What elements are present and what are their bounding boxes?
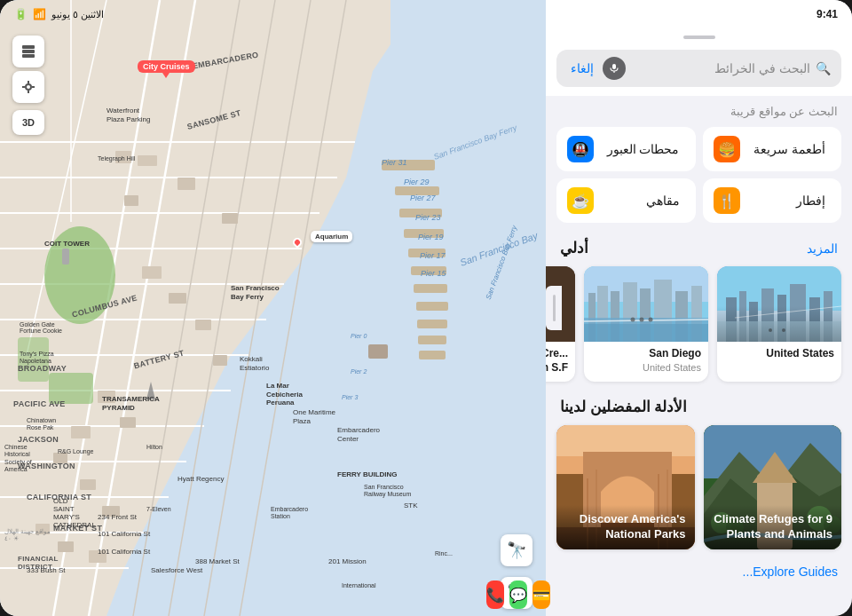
address-101-label: 101 California St — [98, 530, 150, 538]
nearby-label: البحث عن مواقع قريبة — [546, 96, 852, 123]
svg-point-97 — [631, 318, 635, 322]
hilton-label: Hilton — [146, 444, 162, 450]
salesforce-label: Salesforce West — [151, 566, 202, 574]
one-maritime-label: One MaritimePlaza — [293, 408, 335, 425]
category-breakfast[interactable]: 🍴 إفطار — [703, 178, 842, 223]
svg-point-63 — [26, 84, 31, 90]
address-333-label: 333 Bush St — [27, 566, 66, 574]
hyatt-regency-label: Hyatt Regency — [178, 475, 224, 483]
category-fast-food[interactable]: 🍔 أطعمة سريعة — [703, 127, 842, 171]
svg-rect-75 — [761, 288, 774, 342]
one-mission-label: 201 Mission — [328, 557, 367, 565]
svg-rect-68 — [612, 64, 616, 69]
aquarium-marker[interactable]: Aquarium — [311, 231, 352, 242]
svg-point-99 — [649, 318, 653, 322]
breakfast-icon: 🍴 — [714, 187, 740, 214]
layers-button[interactable] — [12, 36, 44, 67]
guide-card-us[interactable]: United States — [717, 266, 841, 382]
category-cafe[interactable]: ☕ مقاهي — [556, 178, 696, 223]
svg-rect-42 — [222, 213, 238, 224]
svg-rect-49 — [71, 426, 91, 438]
guide-card-san-diego[interactable]: San Diego United States — [584, 266, 708, 382]
svg-rect-57 — [62, 249, 69, 265]
wallet-icon[interactable]: 💳 — [532, 580, 550, 609]
svg-line-81 — [735, 306, 841, 318]
svg-point-82 — [769, 328, 772, 332]
handle-indicator — [553, 295, 556, 321]
transit-icon: 🚇 — [567, 136, 594, 162]
pier15-label: Pier 15 — [421, 269, 446, 278]
guide-cards-container[interactable]: United States — [546, 263, 852, 392]
panel-handle — [683, 36, 715, 39]
map-3d-button[interactable]: 3D — [12, 110, 44, 135]
panel-drag-handle[interactable] — [546, 286, 562, 330]
cancel-button[interactable]: إلغاء — [567, 61, 597, 75]
search-icon: 🔍 — [816, 61, 831, 75]
map-area: San Francisco Bay San Francisco Bay Ferr… — [0, 0, 559, 616]
svg-rect-46 — [213, 355, 227, 366]
svg-rect-54 — [58, 541, 74, 552]
svg-rect-36 — [419, 351, 446, 359]
climate-refuges-title: 9 Climate Refuges for Plants and Animals — [713, 512, 833, 542]
ferry-building-label: FERRY BUILDING — [337, 470, 398, 478]
transit-label: محطات العبور — [594, 142, 685, 156]
messages-icon[interactable]: 💬 — [509, 580, 527, 609]
guide-card-us-title: United States — [724, 347, 834, 361]
battery-icon: 🔋 — [14, 8, 28, 20]
pier23-label: Pier 23 — [415, 213, 441, 222]
chinese-label: ChineseHistoricalSociety ofAmerica — [4, 444, 32, 474]
chinatown-label: ChinatownRose Pak — [27, 417, 56, 432]
map-controls: 3D — [12, 36, 44, 135]
pacific-label: PACIFIC AVE — [13, 399, 66, 408]
big-cards-grid: 9 Climate Refuges for Plants and Animals — [546, 422, 852, 560]
svg-rect-61 — [22, 50, 35, 53]
explore-button[interactable]: 🔭 — [501, 534, 532, 566]
market-388-label: 388 Market St — [195, 557, 240, 565]
national-parks-card[interactable]: Discover America's National Parks — [556, 425, 695, 549]
svg-rect-39 — [138, 155, 157, 166]
national-parks-overlay: Discover America's National Parks — [556, 505, 695, 549]
svg-rect-41 — [178, 178, 195, 190]
old-saint-marys-label: OLDSAINTMARY'SCATHEDRAL — [53, 497, 96, 529]
pier27-label: Pier 27 — [410, 193, 436, 202]
location-button[interactable] — [12, 71, 44, 103]
svg-rect-37 — [368, 344, 388, 359]
waterfront-label: WaterfrontPlaza Parking — [106, 107, 150, 123]
svg-rect-80 — [717, 321, 841, 342]
svg-point-98 — [640, 318, 644, 322]
guides-more-button[interactable]: المزيد — [807, 241, 838, 256]
guide-card-us-body: United States — [717, 342, 841, 368]
guides-section-header: المزيد أدلي — [546, 230, 852, 263]
mic-button[interactable] — [603, 57, 626, 80]
sf-bay-ferry-map: San FranciscoBay Ferry — [231, 284, 280, 301]
climate-refuges-overlay: 9 Climate Refuges for Plants and Animals — [704, 505, 842, 549]
svg-rect-71 — [717, 311, 841, 342]
embarcadero-station-label: EmbarcaderoStation — [271, 506, 308, 521]
goldengate-label: Golden GateFortune Cookie — [20, 321, 62, 334]
city-cruises-marker[interactable]: City Cruises — [138, 60, 195, 78]
pier2-label: Pier 2 — [351, 368, 367, 375]
fast-food-icon: 🍔 — [714, 136, 740, 162]
phone-icon[interactable]: 📞 — [486, 580, 504, 609]
embarcadero-center-label: EmbarcaderoCenter — [337, 426, 380, 443]
explore-guides-link[interactable]: Explore Guides... — [743, 565, 838, 579]
search-bar[interactable]: 🔍 البحث في الخرائط إلغاء — [556, 50, 841, 87]
stk-label: STK — [404, 501, 418, 509]
explorium-marker[interactable] — [293, 238, 302, 247]
address-101b-label: 101 California St — [98, 548, 150, 556]
svg-rect-34 — [417, 320, 447, 328]
guides-section-title: أدلي — [560, 239, 588, 257]
categories-grid: 🍔 أطعمة سريعة 🚇 محطات العبور 🍴 إفطار ☕ م… — [546, 123, 852, 230]
climate-refuges-card[interactable]: 9 Climate Refuges for Plants and Animals — [704, 425, 842, 549]
date-label: الاثنين ٥ يونيو — [51, 9, 104, 20]
explore-guides-footer: Explore Guides... — [546, 560, 852, 587]
pier29-label: Pier 29 — [404, 178, 430, 186]
svg-rect-95 — [584, 324, 708, 342]
international-label: International — [342, 582, 376, 588]
guide-card-sd-title: San Diego — [591, 347, 701, 361]
kokkali-label: KokkaliEstiatorio — [240, 355, 269, 372]
cafe-label: مقاهي — [594, 193, 685, 208]
guide-card-sd-subtitle: United States — [591, 362, 701, 373]
transamerica-label: TRANSAMERICAPYRAMID — [102, 395, 160, 412]
category-transit[interactable]: 🚇 محطات العبور — [556, 127, 696, 171]
